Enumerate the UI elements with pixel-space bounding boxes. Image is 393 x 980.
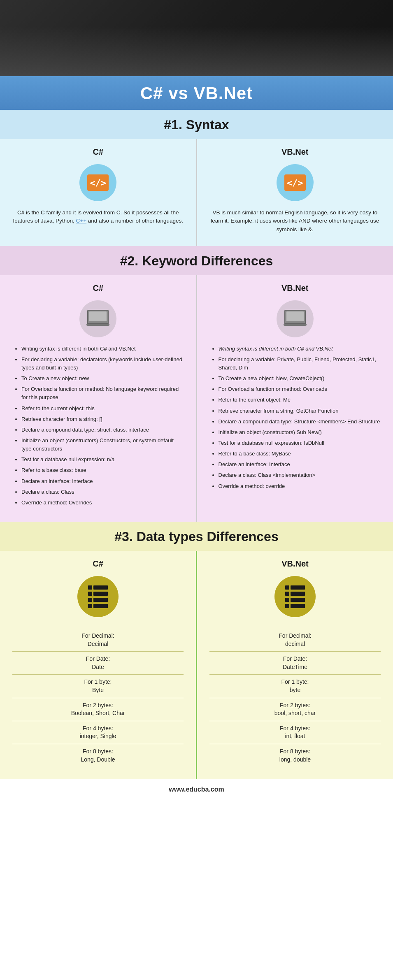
laptop-base-vb — [284, 324, 307, 326]
table-cell: For 8 bytes:Long, Double — [12, 744, 184, 767]
keyword-vbnet-title: VB.Net — [281, 283, 309, 293]
laptop-screen-inner-vb — [286, 311, 304, 321]
csharp-code-icon: </> — [87, 174, 109, 191]
list-item: Refer to the current object: Me — [219, 396, 381, 404]
list-item: Override a method: Overrides — [21, 499, 184, 507]
table-row: For 1 byte:Byte — [12, 675, 184, 698]
csharp-code-icon-wrap: </> — [79, 164, 116, 201]
list-item: Declare a compound data type: struct, cl… — [21, 426, 184, 434]
list-icon-row — [88, 592, 108, 596]
list-item: Retrieve character from a string: [] — [21, 415, 184, 423]
list-item: Declare an interface: interface — [21, 477, 184, 485]
list-item: For declaring a variable: declarators (k… — [21, 355, 184, 372]
list-icon-row-vb — [285, 592, 305, 596]
list-icon-row — [88, 585, 108, 590]
table-row: For Date:DateTime — [209, 652, 381, 675]
vbnet-list-icon — [283, 586, 307, 607]
list-dot-vb — [285, 592, 289, 596]
cpp-link[interactable]: C++ — [76, 218, 87, 224]
datatypes-csharp-title: C# — [93, 559, 103, 569]
table-cell: For Date:Date — [12, 652, 184, 675]
syntax-vbnet-col: VB.Net </> VB is much similar to normal … — [197, 139, 393, 246]
table-row: For Date:Date — [12, 652, 184, 675]
page-title: C# vs VB.Net — [0, 84, 393, 103]
table-row: For 1 byte:byte — [209, 675, 381, 698]
table-row: For 2 bytes:Boolean, Short, Char — [12, 698, 184, 721]
list-item: Override a method: override — [219, 482, 381, 490]
list-dot — [88, 585, 92, 590]
list-item: For declaring a variable: Private, Publi… — [219, 355, 381, 372]
table-cell: For Date:DateTime — [209, 652, 381, 675]
list-icon-row-vb — [285, 585, 305, 590]
section-datatypes-title: #3. Data types Differences — [0, 529, 393, 544]
csharp-list-icon — [86, 586, 110, 607]
list-dot — [88, 598, 92, 602]
list-dot — [88, 592, 92, 596]
table-row: For Decimal:decimal — [209, 629, 381, 652]
table-row: For 4 bytes:integer, Single — [12, 721, 184, 744]
list-item: Refer to a base class: base — [21, 466, 184, 474]
table-row: For 8 bytes:Long, Double — [12, 744, 184, 767]
list-dot — [88, 604, 92, 608]
footer: www.educba.com — [0, 779, 393, 799]
list-icon-row — [88, 604, 108, 608]
list-item: Refer to a base class: MyBase — [219, 450, 381, 458]
list-item: Declare a class: Class — [21, 488, 184, 496]
datatypes-csharp-col: C# — [0, 551, 197, 779]
table-cell: For 4 bytes:integer, Single — [12, 721, 184, 744]
keyword-comparison-row: C# Writing syntax is different in both C… — [0, 275, 393, 522]
table-cell: For Decimal:Decimal — [12, 629, 184, 652]
list-item: For Overload a function or method: Overl… — [219, 385, 381, 393]
table-cell: For Decimal:decimal — [209, 629, 381, 652]
vbnet-list-icon-wrap — [274, 576, 316, 617]
syntax-comparison-row: C# </> C# is the C family and it is evol… — [0, 139, 393, 246]
list-item: Retrieve character from a string: GetCha… — [219, 407, 381, 415]
datatypes-comparison-row: C# — [0, 551, 393, 779]
section-syntax-header: #1. Syntax — [0, 110, 393, 139]
list-bar — [93, 598, 108, 602]
list-bar — [93, 585, 108, 590]
table-row: For 8 bytes:long, double — [209, 744, 381, 767]
datatypes-vbnet-title: VB.Net — [281, 559, 309, 569]
table-cell: For 2 bytes:bool, short, char — [209, 698, 381, 721]
list-item: Initialize an object (constructors) Cons… — [21, 437, 184, 453]
syntax-csharp-col: C# </> C# is the C family and it is evol… — [0, 139, 197, 246]
list-item: Initialize an object (constructors) Sub … — [219, 428, 381, 437]
csharp-laptop-icon-wrap — [79, 300, 116, 337]
syntax-csharp-title: C# — [93, 147, 103, 157]
table-row: For 2 bytes:bool, short, char — [209, 698, 381, 721]
section-syntax-title: #1. Syntax — [0, 117, 393, 132]
vbnet-code-icon-wrap: </> — [277, 164, 314, 201]
table-row: For Decimal:Decimal — [12, 629, 184, 652]
list-bar — [93, 592, 108, 596]
csharp-list-icon-wrap — [77, 576, 119, 617]
list-item: For Overload a function or method: No la… — [21, 385, 184, 402]
table-cell: For 8 bytes:long, double — [209, 744, 381, 767]
hero-desk-graphic — [0, 27, 393, 76]
list-bar-vb — [291, 592, 305, 596]
list-item: Test for a database null expression: n/a — [21, 455, 184, 464]
list-dot-vb — [285, 585, 289, 590]
syntax-vbnet-description: VB is much similar to normal English lan… — [209, 209, 381, 234]
list-bar-vb — [291, 585, 305, 590]
list-item: Declare a compound data type: Structure … — [219, 418, 381, 426]
list-bar — [93, 604, 108, 608]
section-keyword-header: #2. Keyword Differences — [0, 246, 393, 275]
table-cell: For 2 bytes:Boolean, Short, Char — [12, 698, 184, 721]
list-icon-row-vb — [285, 604, 305, 608]
laptop-screen — [87, 310, 109, 324]
vbnet-laptop-icon-wrap — [277, 300, 314, 337]
laptop-base — [86, 324, 109, 326]
syntax-csharp-description: C# is the C family and it is evolved fro… — [12, 209, 184, 225]
keyword-vbnet-list: Writing syntax is different in both C# a… — [209, 345, 381, 493]
table-row: For 4 bytes:int, float — [209, 721, 381, 744]
datatypes-vbnet-col: VB.Net — [197, 551, 393, 779]
list-item: Writing syntax is different in both C# a… — [219, 345, 381, 353]
list-icon-row — [88, 598, 108, 602]
syntax-vbnet-title: VB.Net — [281, 147, 309, 157]
list-bar-vb — [291, 604, 305, 608]
title-banner: C# vs VB.Net — [0, 76, 393, 110]
csharp-laptop-icon — [86, 310, 109, 328]
table-cell: For 4 bytes:int, float — [209, 721, 381, 744]
datatypes-vbnet-table: For Decimal:decimal For Date:DateTime Fo… — [209, 629, 381, 767]
